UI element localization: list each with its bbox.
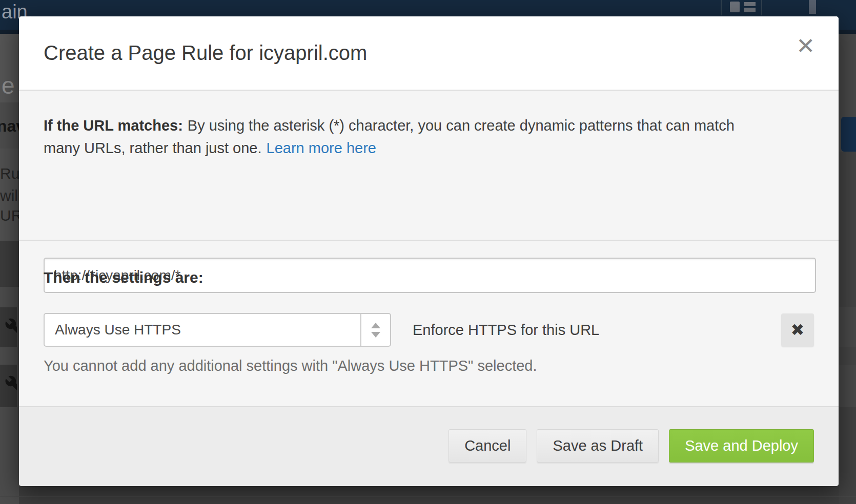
url-match-lead: If the URL matches: [44, 117, 183, 134]
modal-header: Create a Page Rule for icyapril.com ✕ [19, 16, 839, 91]
down-arrow-icon [371, 332, 380, 338]
background-text-fragment: Ru [0, 165, 19, 182]
up-arrow-icon [371, 323, 380, 328]
background-nav-separator [761, 0, 762, 15]
setting-row: Always Use HTTPS Enforce HTTPS for this … [44, 313, 814, 347]
background-band [839, 152, 856, 307]
background-nav-icon-fragment [809, 0, 816, 14]
modal-footer: Cancel Save as Draft Save and Deploy [19, 406, 839, 486]
background-band [839, 407, 856, 504]
apps-grid-icon [730, 2, 740, 12]
setting-select[interactable]: Always Use HTTPS [44, 313, 391, 347]
background-row [0, 307, 17, 347]
wrench-icon [5, 375, 17, 394]
wrench-icon [5, 318, 17, 337]
background-text-fragment: will [0, 187, 22, 204]
remove-setting-icon[interactable]: ✖ [781, 313, 814, 346]
modal-title: Create a Page Rule for icyapril.com [44, 16, 367, 90]
background-nav-separator [721, 0, 722, 15]
save-and-deploy-button[interactable]: Save and Deploy [669, 429, 814, 463]
settings-heading: Then the settings are: [44, 269, 203, 286]
close-icon[interactable]: ✕ [796, 35, 815, 57]
create-page-rule-modal: Create a Page Rule for icyapril.com ✕ If… [19, 16, 839, 486]
footer-buttons: Cancel Save as Draft Save and Deploy [449, 429, 814, 463]
cancel-button[interactable]: Cancel [449, 429, 526, 463]
up-down-arrows-icon[interactable] [360, 314, 390, 346]
background-divider [0, 496, 856, 497]
background-button-fragment [841, 117, 856, 152]
apps-grid-icon-bar [744, 8, 756, 12]
settings-section: Then the settings are: Always Use HTTPS … [19, 241, 839, 406]
background-band [839, 347, 856, 365]
settings-helper-text: You cannot add any additional settings w… [44, 358, 537, 374]
apps-grid-icon-bar [744, 2, 756, 6]
background-band [19, 486, 839, 504]
background-band [0, 241, 19, 287]
background-row [0, 365, 17, 407]
setting-select-value: Always Use HTTPS [45, 322, 360, 338]
learn-more-link[interactable]: Learn more here [267, 140, 376, 156]
url-match-description: If the URL matches:By using the asterisk… [44, 114, 766, 159]
setting-description: Enforce HTTPS for this URL [413, 322, 599, 339]
background-band [839, 34, 856, 117]
save-as-draft-button[interactable]: Save as Draft [537, 429, 659, 463]
screen: ain. e nav Ru will UR Create a Page Rule… [0, 0, 856, 504]
url-match-section: If the URL matches:By using the asterisk… [19, 91, 839, 241]
background-text-fragment: e [2, 72, 15, 99]
